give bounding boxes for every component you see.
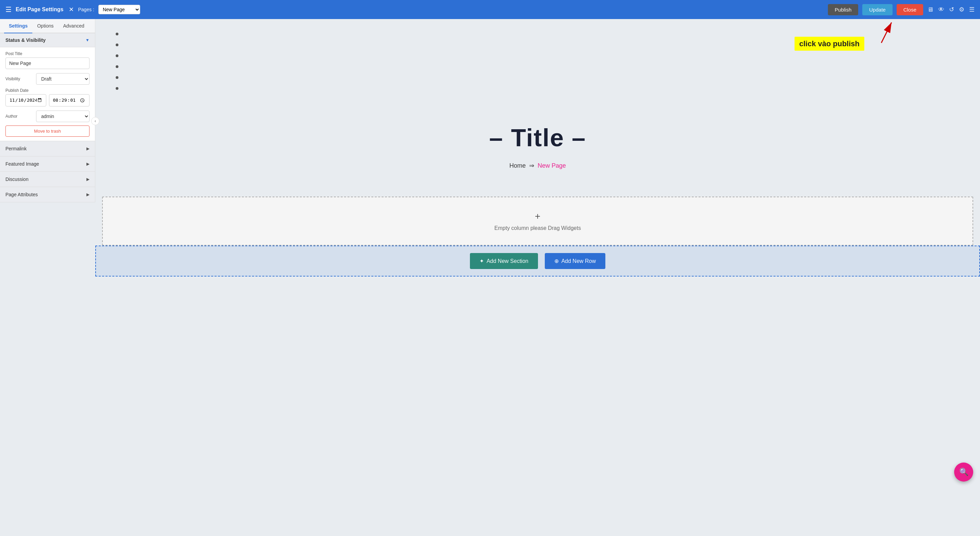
status-visibility-arrow: ▼ [86, 38, 89, 43]
widget-plus-icon: + [116, 211, 959, 222]
date-input[interactable] [5, 94, 46, 106]
bullet-dot-5 [116, 76, 118, 79]
page-attributes-section[interactable]: Page Attributes ▶ [0, 187, 95, 202]
close-button[interactable]: Close [897, 4, 923, 15]
sidebar-wrapper: Settings Options Advanced Status & Visib… [0, 19, 95, 536]
visibility-label: Visibility [5, 76, 33, 81]
sidebar-collapse-handle[interactable]: ‹ [91, 117, 99, 125]
publish-date-label: Publish Date [5, 88, 89, 93]
header-bar: ☰ Edit Page Settings ✕ Pages : New Page … [0, 0, 980, 19]
add-new-section-button[interactable]: ✦ Add New Section [470, 253, 538, 269]
bullet-dot-1 [116, 33, 118, 35]
page-attributes-label: Page Attributes [5, 192, 38, 197]
annotation-arrow-svg [854, 19, 895, 46]
datetime-row [5, 94, 89, 106]
status-visibility-content: Post Title Visibility Draft Publish Date… [0, 47, 95, 141]
add-row-label: Add New Row [562, 258, 596, 264]
visibility-row: Visibility Draft [5, 73, 89, 85]
header-icons: 🖥 👁 ↺ ⚙ ☰ [927, 6, 975, 13]
discussion-label: Discussion [5, 176, 29, 182]
breadcrumb-current: New Page [538, 162, 566, 170]
search-fab-button[interactable]: 🔍 [954, 463, 973, 482]
breadcrumb-separator: ⇒ [529, 162, 534, 170]
title-section: – Title – Home ⇒ New Page [95, 97, 980, 190]
tab-advanced[interactable]: Advanced [58, 19, 89, 33]
eye-icon[interactable]: 👁 [938, 6, 944, 13]
move-to-trash-button[interactable]: Move to trash [5, 125, 89, 137]
update-button[interactable]: Update [862, 4, 892, 15]
more-menu-icon[interactable]: ☰ [969, 6, 975, 13]
status-visibility-header[interactable]: Status & Visibility ▼ [0, 33, 95, 47]
featured-image-label: Featured Image [5, 161, 39, 167]
search-fab-icon: 🔍 [959, 468, 969, 476]
breadcrumb: Home ⇒ New Page [509, 162, 566, 170]
publish-button[interactable]: Publish [828, 4, 858, 15]
author-row: Author admin [5, 111, 89, 122]
publish-annotation: click vào publish [795, 40, 864, 48]
sidebar-tabs: Settings Options Advanced [0, 19, 95, 33]
breadcrumb-home: Home [509, 162, 526, 170]
add-section-label: Add New Section [487, 258, 528, 264]
page-preview: click vào publish [95, 19, 980, 536]
featured-image-arrow: ▶ [86, 162, 89, 166]
time-input[interactable] [49, 94, 90, 106]
page-attributes-arrow: ▶ [86, 192, 89, 197]
svg-line-1 [881, 22, 891, 43]
featured-image-section[interactable]: Featured Image ▶ [0, 157, 95, 172]
close-settings-icon[interactable]: ✕ [69, 6, 74, 13]
add-row-icon: ⊕ [554, 258, 559, 264]
author-label: Author [5, 114, 33, 119]
sidebar: Settings Options Advanced Status & Visib… [0, 19, 95, 202]
permalink-arrow: ▶ [86, 146, 89, 151]
bullet-dots [95, 19, 980, 97]
status-visibility-label: Status & Visibility [5, 37, 46, 43]
pages-label: Pages : [78, 7, 94, 12]
discussion-section[interactable]: Discussion ▶ [0, 172, 95, 187]
tab-settings[interactable]: Settings [4, 19, 32, 33]
discussion-arrow: ▶ [86, 177, 89, 182]
bullet-dot-4 [116, 65, 118, 68]
add-section-icon: ✦ [479, 258, 484, 264]
bullet-dot-2 [116, 44, 118, 46]
add-new-row-button[interactable]: ⊕ Add New Row [545, 253, 605, 269]
history-icon[interactable]: ↺ [949, 6, 954, 13]
users-icon[interactable]: ⚙ [959, 6, 964, 13]
author-select[interactable]: admin [36, 111, 89, 122]
main-content: click vào publish [95, 19, 980, 536]
bullet-dot-3 [116, 54, 118, 57]
hamburger-icon[interactable]: ☰ [5, 5, 11, 14]
post-title-input[interactable] [5, 57, 89, 69]
layout: Settings Options Advanced Status & Visib… [0, 19, 980, 536]
page-title: – Title – [489, 124, 586, 152]
tab-options[interactable]: Options [32, 19, 58, 33]
permalink-label: Permalink [5, 146, 27, 151]
desktop-icon[interactable]: 🖥 [927, 6, 933, 13]
pages-select[interactable]: New Page [98, 5, 140, 14]
post-title-label: Post Title [5, 51, 89, 56]
bottom-bar: ✦ Add New Section ⊕ Add New Row [95, 246, 980, 276]
bullet-dot-6 [116, 87, 118, 90]
visibility-select[interactable]: Draft [36, 73, 89, 85]
widget-area[interactable]: + Empty column please Drag Widgets [102, 197, 973, 246]
header-title: Edit Page Settings [16, 6, 63, 13]
widget-text: Empty column please Drag Widgets [116, 225, 959, 231]
permalink-section[interactable]: Permalink ▶ [0, 141, 95, 157]
